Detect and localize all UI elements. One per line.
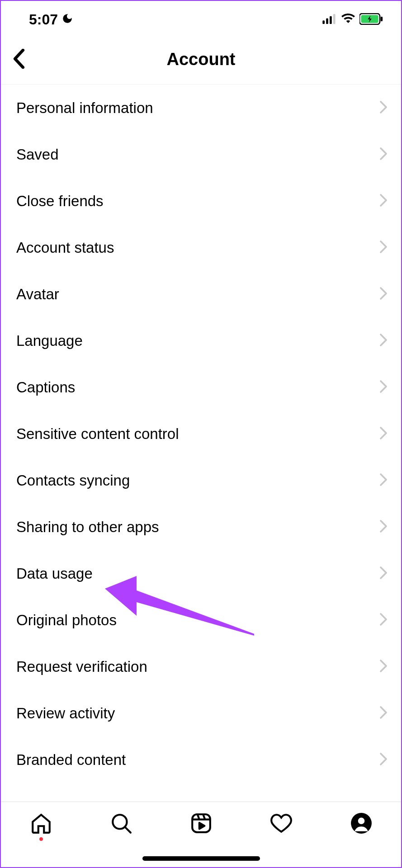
page-header: Account <box>1 35 401 85</box>
chevron-right-icon <box>379 426 388 442</box>
back-button[interactable] <box>7 45 31 74</box>
nav-home[interactable] <box>30 812 52 841</box>
nav-search[interactable] <box>110 812 132 835</box>
settings-item-account-status[interactable]: Account status <box>1 224 401 271</box>
wifi-icon <box>341 14 355 26</box>
settings-item-contacts-syncing[interactable]: Contacts syncing <box>1 457 401 504</box>
settings-item-label: Data usage <box>16 565 93 582</box>
home-indicator[interactable] <box>142 856 260 861</box>
svg-rect-3 <box>333 14 336 24</box>
chevron-right-icon <box>379 240 388 255</box>
svg-point-16 <box>358 818 364 825</box>
settings-item-label: Sharing to other apps <box>16 519 159 536</box>
settings-item-label: Avatar <box>16 286 59 303</box>
settings-list: Personal informationSavedClose friendsAc… <box>1 85 401 783</box>
nav-activity[interactable] <box>270 812 293 835</box>
nav-reels[interactable] <box>190 812 213 835</box>
settings-item-sensitive-content-control[interactable]: Sensitive content control <box>1 410 401 457</box>
settings-item-language[interactable]: Language <box>1 317 401 364</box>
settings-item-sharing-to-other-apps[interactable]: Sharing to other apps <box>1 504 401 550</box>
chevron-right-icon <box>379 193 388 209</box>
chevron-right-icon <box>379 147 388 162</box>
chevron-right-icon <box>379 659 388 675</box>
svg-rect-0 <box>322 20 325 24</box>
chevron-right-icon <box>379 287 388 302</box>
home-icon <box>30 812 52 835</box>
do-not-disturb-icon <box>61 11 73 28</box>
settings-item-personal-information[interactable]: Personal information <box>1 85 401 131</box>
search-icon <box>110 812 132 835</box>
status-bar-left: 5:07 <box>29 11 73 28</box>
settings-item-avatar[interactable]: Avatar <box>1 271 401 317</box>
svg-rect-2 <box>330 16 332 24</box>
settings-item-label: Captions <box>16 379 75 396</box>
settings-item-label: Language <box>16 332 83 349</box>
page-title: Account <box>9 50 393 69</box>
chevron-right-icon <box>379 473 388 488</box>
svg-rect-1 <box>326 18 328 24</box>
settings-item-branded-content[interactable]: Branded content <box>1 736 401 783</box>
chevron-right-icon <box>379 519 388 535</box>
settings-item-label: Original photos <box>16 612 117 629</box>
settings-item-label: Sensitive content control <box>16 425 179 443</box>
settings-item-data-usage[interactable]: Data usage <box>1 550 401 597</box>
chevron-right-icon <box>379 380 388 395</box>
settings-item-label: Review activity <box>16 705 115 722</box>
settings-item-original-photos[interactable]: Original photos <box>1 597 401 643</box>
settings-item-label: Contacts syncing <box>16 472 130 489</box>
chevron-right-icon <box>379 333 388 349</box>
settings-item-close-friends[interactable]: Close friends <box>1 178 401 224</box>
svg-rect-6 <box>381 16 383 21</box>
status-time: 5:07 <box>29 11 58 28</box>
battery-charging-icon <box>359 13 383 27</box>
chevron-right-icon <box>379 100 388 116</box>
chevron-right-icon <box>379 566 388 581</box>
settings-item-label: Account status <box>16 239 114 256</box>
chevron-right-icon <box>379 752 388 768</box>
svg-point-8 <box>113 815 127 829</box>
settings-item-review-activity[interactable]: Review activity <box>1 690 401 736</box>
chevron-right-icon <box>379 613 388 628</box>
chevron-left-icon <box>11 49 27 69</box>
settings-item-saved[interactable]: Saved <box>1 131 401 178</box>
settings-item-label: Saved <box>16 146 59 163</box>
nav-home-notification-dot <box>39 837 43 841</box>
nav-profile[interactable] <box>350 812 373 835</box>
status-bar: 5:07 <box>1 1 401 35</box>
bottom-navigation <box>1 802 401 867</box>
settings-item-captions[interactable]: Captions <box>1 364 401 410</box>
heart-icon <box>270 812 293 835</box>
cellular-signal-icon <box>322 14 337 26</box>
settings-item-label: Personal information <box>16 99 153 117</box>
settings-item-label: Request verification <box>16 658 147 675</box>
settings-item-label: Close friends <box>16 193 104 210</box>
settings-item-label: Branded content <box>16 751 126 769</box>
profile-icon <box>350 812 373 835</box>
svg-line-9 <box>125 827 130 832</box>
reels-icon <box>190 812 213 835</box>
settings-item-request-verification[interactable]: Request verification <box>1 643 401 690</box>
svg-marker-14 <box>199 823 204 829</box>
status-bar-right <box>322 13 383 27</box>
chevron-right-icon <box>379 706 388 721</box>
